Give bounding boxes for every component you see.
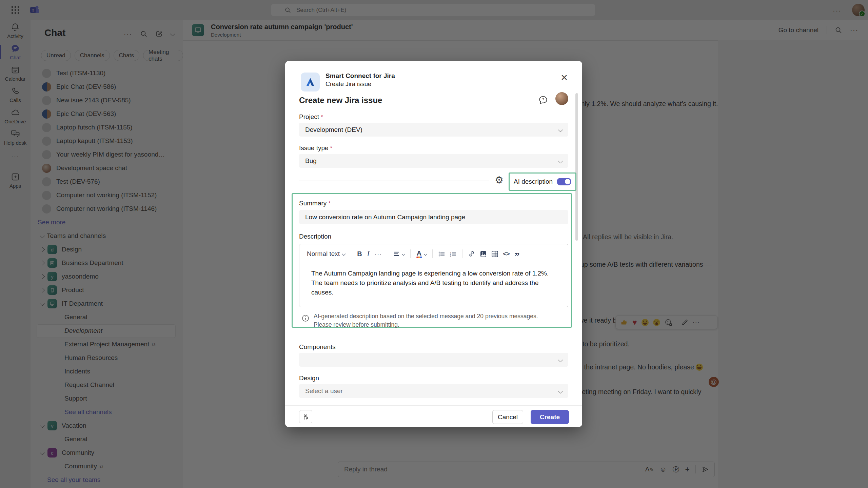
sliders-icon bbox=[303, 414, 309, 420]
info-icon bbox=[302, 314, 309, 322]
components-dropdown[interactable] bbox=[299, 353, 568, 367]
gear-icon[interactable]: ⚙ bbox=[495, 174, 504, 186]
smart-connect-app-icon bbox=[301, 73, 320, 92]
chevron-down-icon bbox=[558, 127, 563, 132]
svg-text:3: 3 bbox=[450, 255, 451, 257]
insert-image-icon[interactable] bbox=[480, 251, 487, 257]
chevron-down-icon bbox=[558, 388, 563, 393]
summary-input[interactable] bbox=[299, 210, 568, 224]
chevron-down-icon bbox=[558, 158, 563, 163]
close-icon[interactable]: ✕ bbox=[560, 73, 568, 82]
more-formatting-button[interactable]: ··· bbox=[375, 250, 382, 258]
app-subtitle: Create Jira issue bbox=[326, 81, 371, 88]
design-user-dropdown[interactable]: Select a user bbox=[299, 384, 568, 398]
description-text[interactable]: The Autumn Campaign landing page is expe… bbox=[299, 263, 565, 297]
code-icon[interactable]: <> bbox=[503, 250, 510, 258]
design-label: Design bbox=[299, 374, 319, 382]
chevron-down-icon bbox=[558, 357, 563, 362]
issue-type-dropdown[interactable]: Bug bbox=[299, 154, 568, 168]
section-divider bbox=[299, 181, 489, 181]
modal-scrollbar-thumb[interactable] bbox=[575, 93, 578, 241]
dialog-footer: Cancel Create bbox=[285, 405, 582, 427]
project-dropdown[interactable]: Development (DEV) bbox=[299, 123, 568, 137]
editor-toolbar: Normal text B I ··· A 123 <> bbox=[299, 244, 568, 263]
summary-description-annotation-box: Summary* Description Normal text B I ···… bbox=[292, 193, 572, 328]
cancel-button[interactable]: Cancel bbox=[492, 410, 523, 424]
insert-table-icon[interactable] bbox=[492, 251, 498, 257]
numbered-list-icon[interactable]: 123 bbox=[450, 251, 456, 257]
toggle-knob bbox=[565, 179, 570, 184]
text-style-dropdown[interactable]: Normal text bbox=[307, 250, 345, 258]
app-name: Smart Connect for Jira bbox=[326, 72, 395, 80]
ai-description-toggle[interactable] bbox=[557, 178, 571, 185]
quote-icon[interactable]: ” bbox=[515, 254, 520, 258]
bullet-list-icon[interactable] bbox=[438, 251, 445, 257]
font-color-dropdown[interactable]: A bbox=[416, 250, 427, 258]
ai-description-annotation-box: AI description bbox=[509, 172, 576, 191]
teams-app-window: T ··· ✓ Activity Chat Calendar Calls bbox=[0, 0, 868, 488]
components-label: Components bbox=[299, 343, 336, 351]
ai-description-label: AI description bbox=[514, 178, 553, 185]
create-jira-issue-dialog: Smart Connect for Jira Create Jira issue… bbox=[285, 61, 582, 427]
comment-question-icon[interactable]: ? bbox=[538, 95, 548, 105]
project-label: Project* bbox=[299, 113, 323, 121]
create-button[interactable]: Create bbox=[531, 410, 569, 424]
align-dropdown[interactable] bbox=[394, 251, 405, 257]
description-label: Description bbox=[299, 233, 571, 240]
svg-text:?: ? bbox=[542, 98, 544, 102]
italic-button[interactable]: I bbox=[367, 250, 370, 258]
issue-type-label: Issue type* bbox=[299, 144, 332, 152]
description-editor[interactable]: Normal text B I ··· A 123 <> bbox=[299, 244, 568, 307]
issue-reporter-avatar bbox=[555, 92, 568, 105]
bold-button[interactable]: B bbox=[357, 250, 362, 258]
ai-generated-note: AI-generated description based on the se… bbox=[299, 312, 571, 329]
dialog-title: Create new Jira issue bbox=[299, 96, 382, 105]
link-icon[interactable] bbox=[468, 250, 475, 257]
advanced-options-button[interactable] bbox=[299, 410, 312, 423]
summary-label: Summary* bbox=[299, 200, 571, 207]
